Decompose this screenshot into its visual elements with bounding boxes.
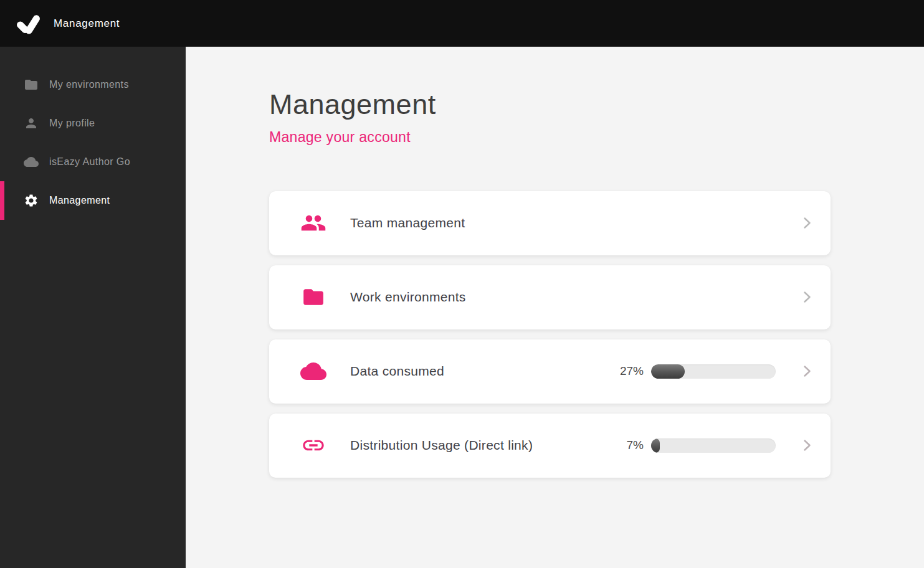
sidebar-nav: My environments My profile isEazy Author… (0, 47, 186, 220)
card-label: Data consumed (350, 364, 604, 379)
sidebar-item-label: isEazy Author Go (49, 156, 130, 168)
link-icon (300, 432, 326, 458)
page-title: Management (269, 88, 924, 121)
card-work-environments[interactable]: Work environments (269, 265, 831, 329)
chevron-right-icon (799, 290, 814, 305)
topbar: Management (0, 0, 924, 47)
people-icon (300, 210, 326, 236)
card-data-consumed[interactable]: Data consumed 27% (269, 339, 831, 404)
sidebar-item-label: My profile (49, 118, 95, 129)
chevron-right-icon (799, 215, 814, 230)
person-icon (24, 116, 39, 131)
chevron-right-icon (799, 438, 814, 453)
card-label: Work environments (350, 290, 776, 305)
sidebar-item-iseazy-author-go[interactable]: isEazy Author Go (0, 143, 186, 181)
card-label: Distribution Usage (Direct link) (350, 438, 604, 453)
card-label: Team management (350, 215, 776, 230)
sidebar-item-management[interactable]: Management (0, 181, 186, 220)
active-indicator-bar (0, 181, 4, 220)
management-cards: Team management Work environments (269, 191, 831, 478)
progress-bar (651, 438, 776, 453)
usage-percent: 27% (604, 364, 644, 378)
card-team-management[interactable]: Team management (269, 191, 831, 255)
sidebar-item-my-profile[interactable]: My profile (0, 104, 186, 143)
main-content: Management Manage your account Team mana… (186, 47, 924, 568)
page-subtitle: Manage your account (269, 129, 924, 146)
cloud-icon (300, 358, 326, 384)
usage-percent: 7% (604, 438, 644, 452)
folder-icon (24, 77, 39, 92)
sidebar-item-my-environments[interactable]: My environments (0, 65, 186, 104)
sidebar-item-label: Management (49, 195, 110, 206)
folder-icon (300, 284, 326, 310)
sidebar: My environments My profile isEazy Author… (0, 47, 186, 568)
progress-fill (651, 438, 660, 453)
card-distribution-usage[interactable]: Distribution Usage (Direct link) 7% (269, 414, 831, 478)
cloud-icon (24, 154, 39, 169)
topbar-title: Management (54, 17, 120, 30)
gear-icon (24, 193, 39, 208)
progress-fill (651, 364, 685, 379)
app-root: Management My environments My profile (0, 0, 924, 568)
progress-bar (651, 364, 776, 379)
checkmark-logo-icon[interactable] (14, 9, 42, 38)
sidebar-item-label: My environments (49, 79, 129, 90)
chevron-right-icon (799, 364, 814, 379)
